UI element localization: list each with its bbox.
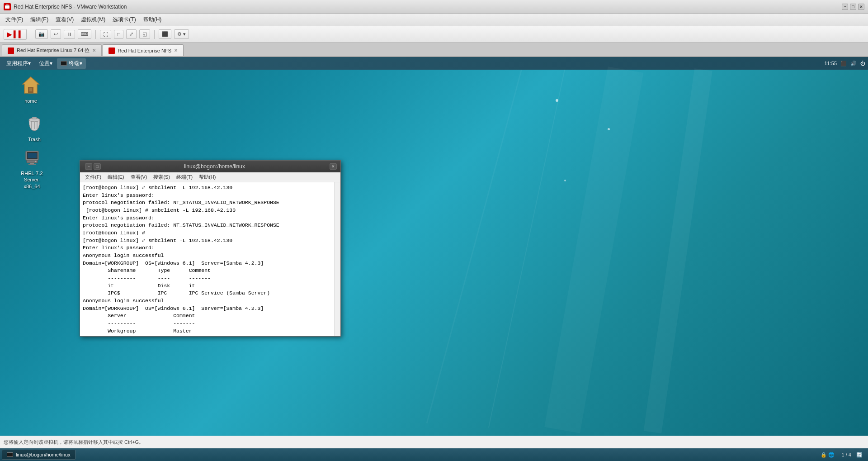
svg-rect-4 <box>29 88 32 91</box>
svg-point-15 <box>35 161 36 162</box>
menu-vm[interactable]: 虚拟机(M) <box>77 14 109 25</box>
toolbar-send-keys[interactable]: ⌨ <box>78 29 91 39</box>
t-menu-help[interactable]: 帮助(H) <box>196 173 219 181</box>
terminal-minimize[interactable]: － <box>85 163 92 170</box>
home-icon-label: home <box>24 98 37 104</box>
toolbar-settings[interactable]: ⚙ ▾ <box>174 29 189 39</box>
gnome-places[interactable]: 位置▾ <box>35 58 56 69</box>
window-controls: － □ ✕ <box>842 4 864 10</box>
terminal-line: Enter linux's password: <box>83 214 331 222</box>
terminal-window: － □ linux@bogon:/home/linux ✕ 文件(F) 编辑(E… <box>80 160 341 337</box>
tab-rhel64[interactable]: Red Hat Enterprise Linux 7 64 位 ✕ <box>2 44 102 56</box>
desktop-icon-trash[interactable]: Trash <box>16 113 52 143</box>
terminal-line: [root@bogon linux] # smbclient -L 192.16… <box>83 237 331 245</box>
bottom-status-right: 🔒 🌐 1 / 4 🔄 <box>821 452 866 458</box>
terminal-line: Domain=[WORKGROUP] OS=[Windows 6.1] Serv… <box>83 305 331 313</box>
terminal-line: [root@bogon linux] # <box>83 229 331 237</box>
vmware-tabbar: Red Hat Enterprise Linux 7 64 位 ✕ Red Ha… <box>0 43 868 57</box>
tab-nfs[interactable]: Red Hat Enterprise NFS ✕ <box>103 44 184 56</box>
terminal-titlebar: － □ linux@bogon:/home/linux ✕ <box>80 161 340 172</box>
t-menu-file[interactable]: 文件(F) <box>82 173 104 181</box>
toolbar-suspend[interactable]: ⏸ <box>64 30 75 39</box>
systray-power-icon: ⏻ <box>860 61 865 66</box>
taskbar-terminal-icon <box>7 452 13 457</box>
bottom-taskbar: linux@bogon/home/linux 🔒 🌐 1 / 4 🔄 <box>0 448 868 461</box>
terminal-line: Sharename Type Comment <box>83 267 331 275</box>
toolbar-console[interactable]: ⬛ <box>159 29 171 39</box>
svg-rect-10 <box>32 117 37 119</box>
tab-nfs-close[interactable]: ✕ <box>174 48 178 53</box>
t-menu-view[interactable]: 查看(V) <box>127 173 151 181</box>
toolbar-stretch[interactable]: ⤢ <box>126 29 137 39</box>
taskbar-terminal-label: linux@bogon/home/linux <box>16 452 71 457</box>
t-menu-edit[interactable]: 编辑(E) <box>104 173 127 181</box>
close-button[interactable]: ✕ <box>858 4 864 10</box>
tab-rhel64-label: Red Hat Enterprise Linux 7 64 位 <box>17 47 90 54</box>
svg-rect-16 <box>30 163 34 164</box>
terminal-content[interactable]: [root@bogon linux] # smbclient -L 192.16… <box>80 182 334 336</box>
toolbar-power-btn[interactable]: ▶ ▍▍ <box>4 29 27 40</box>
terminal-line: IPC$ IPC IPC Service (Samba Server) <box>83 290 331 297</box>
desktop-icon-home[interactable]: home <box>13 74 49 104</box>
rhel-icon-label: RHEL-7.2 Server. x86_64 <box>13 170 51 190</box>
terminal-line: [root@bogon linux] # smbclient -L 192.16… <box>83 184 331 192</box>
terminal-line: Anonymous login successful <box>83 252 331 260</box>
toolbar-unity[interactable]: □ <box>114 30 123 39</box>
menu-file[interactable]: 文件(F) <box>2 14 27 25</box>
taskbar-terminal-item[interactable]: linux@bogon/home/linux <box>2 450 75 460</box>
taskbar-page-status: 1 / 4 <box>842 452 851 457</box>
t-menu-search[interactable]: 搜索(S) <box>150 173 173 181</box>
menu-edit[interactable]: 编辑(E) <box>27 14 52 25</box>
terminal-line: Enter linux's password: <box>83 192 331 200</box>
terminal-line: [root@bogon linux] # smbclient -L 192.16… <box>83 207 331 214</box>
tab-nfs-label: Red Hat Enterprise NFS <box>118 48 171 53</box>
svg-rect-0 <box>5 5 9 9</box>
toolbar-sep-1 <box>31 30 31 39</box>
svg-rect-13 <box>28 153 37 158</box>
vmware-menubar: 文件(F) 编辑(E) 查看(V) 虚拟机(M) 选项卡(T) 帮助(H) <box>0 14 868 26</box>
terminal-line: --------- ---- ------- <box>83 275 331 282</box>
terminal-line: protocol negotiation failed: NT_STATUS_I… <box>83 222 331 229</box>
menu-tabs[interactable]: 选项卡(T) <box>109 14 139 25</box>
vmware-app-icon <box>4 3 11 10</box>
toolbar-snapshot[interactable]: 📷 <box>35 29 48 39</box>
gnome-panel: 应用程序▾ 位置▾ 终端▾ 11:55 ⬛ 🔊 ⏻ <box>0 57 868 70</box>
trash-icon-label: Trash <box>28 136 41 143</box>
terminal-line: --------- ------- <box>83 335 331 336</box>
toolbar-sep-3 <box>154 30 155 39</box>
terminal-line: protocol negotiation failed: NT_STATUS_I… <box>83 199 331 207</box>
terminal-scrollbar[interactable] <box>334 182 340 336</box>
gnome-systray: 11:55 ⬛ 🔊 ⏻ <box>824 61 865 67</box>
minimize-button[interactable]: － <box>842 4 848 10</box>
toolbar-revert[interactable]: ↩ <box>51 29 61 39</box>
systray-time: 11:55 <box>824 61 837 66</box>
t-menu-terminal[interactable]: 终端(T) <box>173 173 196 181</box>
tab-rhel64-close[interactable]: ✕ <box>92 48 96 53</box>
gnome-terminal[interactable]: 终端▾ <box>57 58 86 69</box>
trash-icon <box>24 113 45 134</box>
vmware-toolbar: ▶ ▍▍ 📷 ↩ ⏸ ⌨ ⛶ □ ⤢ ◱ ⬛ ⚙ ▾ <box>0 26 868 43</box>
terminal-maximize[interactable]: □ <box>94 163 101 170</box>
maximize-button[interactable]: □ <box>850 4 856 10</box>
svg-rect-1 <box>6 5 9 6</box>
menu-view[interactable]: 查看(V) <box>52 14 77 25</box>
rhel-icon <box>21 147 43 168</box>
terminal-line: it Disk it <box>83 282 331 290</box>
terminal-close[interactable]: ✕ <box>330 163 337 170</box>
terminal-line: Server Comment <box>83 312 331 320</box>
vmware-titlebar: Red Hat Enterprise NFS - VMware Workstat… <box>0 0 868 14</box>
systray-volume-icon: 🔊 <box>850 61 857 67</box>
toolbar-sep-2 <box>95 30 96 39</box>
toolbar-fit[interactable]: ◱ <box>139 29 150 39</box>
desktop-icon-rhel[interactable]: RHEL-7.2 Server. x86_64 <box>13 147 51 190</box>
terminal-line: Workgroup Master <box>83 328 331 335</box>
terminal-line: --------- ------- <box>83 320 331 328</box>
menu-help[interactable]: 帮助(H) <box>140 14 165 25</box>
terminal-line: Anonymous login successful <box>83 297 331 305</box>
terminal-body: [root@bogon linux] # smbclient -L 192.16… <box>80 182 340 336</box>
taskbar-refresh-icon[interactable]: 🔄 <box>856 452 863 457</box>
gnome-applications[interactable]: 应用程序▾ <box>3 58 34 69</box>
terminal-line: Domain=[WORKGROUP] OS=[Windows 6.1] Serv… <box>83 260 331 267</box>
toolbar-fullscreen[interactable]: ⛶ <box>100 30 111 39</box>
terminal-menubar: 文件(F) 编辑(E) 查看(V) 搜索(S) 终端(T) 帮助(H) <box>80 172 340 182</box>
